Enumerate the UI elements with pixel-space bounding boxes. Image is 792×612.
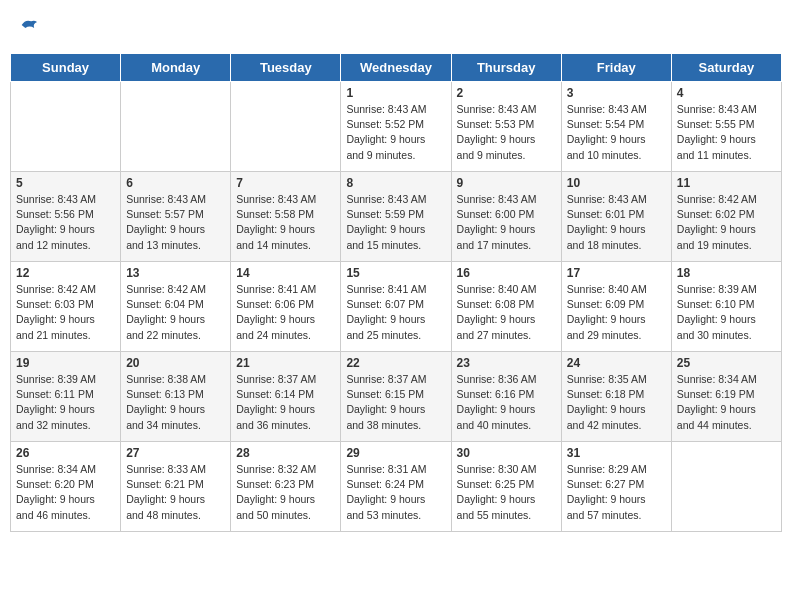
calendar-cell-22: 22Sunrise: 8:37 AMSunset: 6:15 PMDayligh… (341, 352, 451, 442)
day-number: 6 (126, 176, 225, 190)
day-number: 14 (236, 266, 335, 280)
day-info: Sunrise: 8:40 AMSunset: 6:09 PMDaylight:… (567, 282, 666, 343)
daylight-label: Daylight: 9 hours and 9 minutes. (457, 133, 536, 160)
calendar-cell-19: 19Sunrise: 8:39 AMSunset: 6:11 PMDayligh… (11, 352, 121, 442)
daylight-label: Daylight: 9 hours and 29 minutes. (567, 313, 646, 340)
page-header (10, 10, 782, 45)
sunset-label: Sunset: 5:57 PM (126, 208, 204, 220)
calendar-cell-5: 5Sunrise: 8:43 AMSunset: 5:56 PMDaylight… (11, 172, 121, 262)
sunrise-label: Sunrise: 8:42 AM (16, 283, 96, 295)
day-number: 27 (126, 446, 225, 460)
sunrise-label: Sunrise: 8:30 AM (457, 463, 537, 475)
calendar-cell-29: 29Sunrise: 8:31 AMSunset: 6:24 PMDayligh… (341, 442, 451, 532)
sunrise-label: Sunrise: 8:41 AM (346, 283, 426, 295)
daylight-label: Daylight: 9 hours and 55 minutes. (457, 493, 536, 520)
daylight-label: Daylight: 9 hours and 25 minutes. (346, 313, 425, 340)
sunset-label: Sunset: 6:27 PM (567, 478, 645, 490)
day-info: Sunrise: 8:43 AMSunset: 5:54 PMDaylight:… (567, 102, 666, 163)
calendar-cell-28: 28Sunrise: 8:32 AMSunset: 6:23 PMDayligh… (231, 442, 341, 532)
sunrise-label: Sunrise: 8:43 AM (236, 193, 316, 205)
sunset-label: Sunset: 6:07 PM (346, 298, 424, 310)
calendar-cell-14: 14Sunrise: 8:41 AMSunset: 6:06 PMDayligh… (231, 262, 341, 352)
sunset-label: Sunset: 6:08 PM (457, 298, 535, 310)
day-number: 20 (126, 356, 225, 370)
daylight-label: Daylight: 9 hours and 10 minutes. (567, 133, 646, 160)
calendar-cell-13: 13Sunrise: 8:42 AMSunset: 6:04 PMDayligh… (121, 262, 231, 352)
sunrise-label: Sunrise: 8:31 AM (346, 463, 426, 475)
calendar-cell-7: 7Sunrise: 8:43 AMSunset: 5:58 PMDaylight… (231, 172, 341, 262)
sunset-label: Sunset: 6:15 PM (346, 388, 424, 400)
sunrise-label: Sunrise: 8:42 AM (126, 283, 206, 295)
day-number: 8 (346, 176, 445, 190)
sunrise-label: Sunrise: 8:42 AM (677, 193, 757, 205)
sunrise-label: Sunrise: 8:43 AM (567, 103, 647, 115)
daylight-label: Daylight: 9 hours and 13 minutes. (126, 223, 205, 250)
day-info: Sunrise: 8:36 AMSunset: 6:16 PMDaylight:… (457, 372, 556, 433)
sunrise-label: Sunrise: 8:43 AM (567, 193, 647, 205)
calendar-cell-24: 24Sunrise: 8:35 AMSunset: 6:18 PMDayligh… (561, 352, 671, 442)
day-number: 19 (16, 356, 115, 370)
calendar-cell-empty (121, 82, 231, 172)
day-number: 22 (346, 356, 445, 370)
day-info: Sunrise: 8:34 AMSunset: 6:20 PMDaylight:… (16, 462, 115, 523)
daylight-label: Daylight: 9 hours and 22 minutes. (126, 313, 205, 340)
logo-bird-icon (18, 14, 40, 36)
sunrise-label: Sunrise: 8:39 AM (16, 373, 96, 385)
sunrise-label: Sunrise: 8:43 AM (677, 103, 757, 115)
day-number: 25 (677, 356, 776, 370)
calendar-cell-30: 30Sunrise: 8:30 AMSunset: 6:25 PMDayligh… (451, 442, 561, 532)
calendar-row-1: 1Sunrise: 8:43 AMSunset: 5:52 PMDaylight… (11, 82, 782, 172)
sunset-label: Sunset: 6:18 PM (567, 388, 645, 400)
sunrise-label: Sunrise: 8:37 AM (236, 373, 316, 385)
sunset-label: Sunset: 6:03 PM (16, 298, 94, 310)
calendar-cell-11: 11Sunrise: 8:42 AMSunset: 6:02 PMDayligh… (671, 172, 781, 262)
sunset-label: Sunset: 5:56 PM (16, 208, 94, 220)
daylight-label: Daylight: 9 hours and 50 minutes. (236, 493, 315, 520)
daylight-label: Daylight: 9 hours and 42 minutes. (567, 403, 646, 430)
calendar-cell-31: 31Sunrise: 8:29 AMSunset: 6:27 PMDayligh… (561, 442, 671, 532)
sunrise-label: Sunrise: 8:32 AM (236, 463, 316, 475)
day-number: 21 (236, 356, 335, 370)
calendar-cell-16: 16Sunrise: 8:40 AMSunset: 6:08 PMDayligh… (451, 262, 561, 352)
day-number: 26 (16, 446, 115, 460)
day-info: Sunrise: 8:43 AMSunset: 5:55 PMDaylight:… (677, 102, 776, 163)
day-info: Sunrise: 8:43 AMSunset: 5:53 PMDaylight:… (457, 102, 556, 163)
logo-text (16, 14, 40, 41)
sunset-label: Sunset: 6:24 PM (346, 478, 424, 490)
day-info: Sunrise: 8:37 AMSunset: 6:15 PMDaylight:… (346, 372, 445, 433)
daylight-label: Daylight: 9 hours and 38 minutes. (346, 403, 425, 430)
day-info: Sunrise: 8:41 AMSunset: 6:06 PMDaylight:… (236, 282, 335, 343)
sunset-label: Sunset: 5:53 PM (457, 118, 535, 130)
day-info: Sunrise: 8:30 AMSunset: 6:25 PMDaylight:… (457, 462, 556, 523)
sunrise-label: Sunrise: 8:36 AM (457, 373, 537, 385)
day-info: Sunrise: 8:39 AMSunset: 6:10 PMDaylight:… (677, 282, 776, 343)
sunrise-label: Sunrise: 8:43 AM (457, 103, 537, 115)
day-number: 16 (457, 266, 556, 280)
calendar-table: SundayMondayTuesdayWednesdayThursdayFrid… (10, 53, 782, 532)
sunrise-label: Sunrise: 8:39 AM (677, 283, 757, 295)
day-number: 29 (346, 446, 445, 460)
sunset-label: Sunset: 6:10 PM (677, 298, 755, 310)
sunset-label: Sunset: 6:09 PM (567, 298, 645, 310)
calendar-cell-27: 27Sunrise: 8:33 AMSunset: 6:21 PMDayligh… (121, 442, 231, 532)
daylight-label: Daylight: 9 hours and 36 minutes. (236, 403, 315, 430)
day-number: 24 (567, 356, 666, 370)
weekday-header-friday: Friday (561, 54, 671, 82)
calendar-cell-17: 17Sunrise: 8:40 AMSunset: 6:09 PMDayligh… (561, 262, 671, 352)
sunset-label: Sunset: 5:54 PM (567, 118, 645, 130)
calendar-cell-6: 6Sunrise: 8:43 AMSunset: 5:57 PMDaylight… (121, 172, 231, 262)
day-info: Sunrise: 8:42 AMSunset: 6:04 PMDaylight:… (126, 282, 225, 343)
day-info: Sunrise: 8:41 AMSunset: 6:07 PMDaylight:… (346, 282, 445, 343)
daylight-label: Daylight: 9 hours and 14 minutes. (236, 223, 315, 250)
daylight-label: Daylight: 9 hours and 53 minutes. (346, 493, 425, 520)
calendar-cell-25: 25Sunrise: 8:34 AMSunset: 6:19 PMDayligh… (671, 352, 781, 442)
daylight-label: Daylight: 9 hours and 32 minutes. (16, 403, 95, 430)
sunrise-label: Sunrise: 8:35 AM (567, 373, 647, 385)
calendar-row-5: 26Sunrise: 8:34 AMSunset: 6:20 PMDayligh… (11, 442, 782, 532)
daylight-label: Daylight: 9 hours and 46 minutes. (16, 493, 95, 520)
daylight-label: Daylight: 9 hours and 44 minutes. (677, 403, 756, 430)
daylight-label: Daylight: 9 hours and 11 minutes. (677, 133, 756, 160)
daylight-label: Daylight: 9 hours and 9 minutes. (346, 133, 425, 160)
daylight-label: Daylight: 9 hours and 18 minutes. (567, 223, 646, 250)
sunrise-label: Sunrise: 8:43 AM (16, 193, 96, 205)
